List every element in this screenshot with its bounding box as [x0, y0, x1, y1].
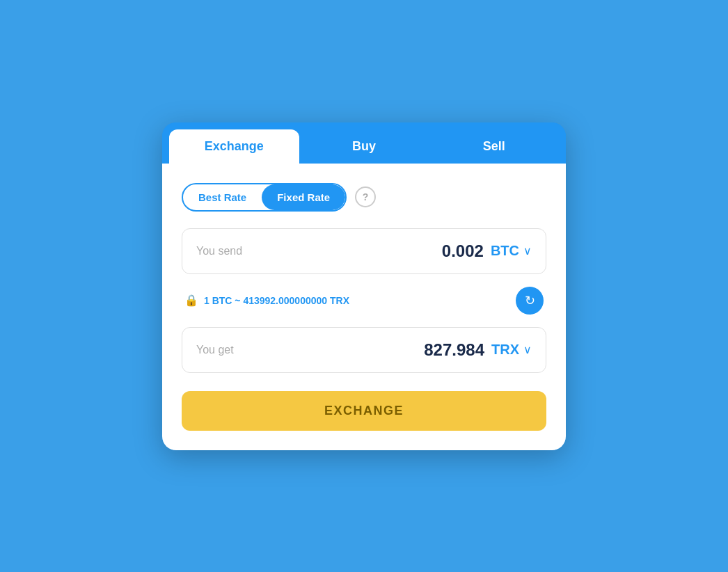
tab-sell[interactable]: Sell — [429, 129, 559, 164]
main-container: Exchange Buy Sell Best Rate Fixed Rate ?… — [162, 122, 566, 450]
get-currency: TRX — [491, 342, 519, 358]
refresh-icon: ↻ — [525, 293, 535, 308]
rate-toggle: Best Rate Fixed Rate — [182, 183, 347, 212]
tab-buy[interactable]: Buy — [299, 129, 429, 164]
refresh-button[interactable]: ↻ — [516, 287, 544, 315]
send-chevron-icon: ∨ — [523, 244, 532, 257]
lock-icon: 🔒 — [184, 294, 198, 307]
exchange-card: Best Rate Fixed Rate ? You send 0.002 BT… — [162, 164, 566, 450]
fixed-rate-button[interactable]: Fixed Rate — [262, 184, 345, 210]
get-chevron-icon: ∨ — [523, 343, 532, 356]
rate-toggle-row: Best Rate Fixed Rate ? — [182, 183, 546, 212]
get-box: You get 827.984 TRX ∨ — [182, 327, 546, 373]
send-right: 0.002 BTC ∨ — [442, 241, 532, 261]
send-currency: BTC — [491, 243, 519, 259]
tabs-bar: Exchange Buy Sell — [162, 122, 566, 164]
get-currency-selector[interactable]: TRX ∨ — [491, 342, 532, 358]
rate-info-left: 🔒 1 BTC ~ 413992.000000000 TRX — [184, 294, 349, 307]
send-label: You send — [196, 245, 242, 257]
rate-info-row: 🔒 1 BTC ~ 413992.000000000 TRX ↻ — [182, 284, 546, 317]
tab-exchange[interactable]: Exchange — [169, 129, 299, 164]
send-currency-selector[interactable]: BTC ∨ — [491, 243, 532, 259]
exchange-button[interactable]: EXCHANGE — [182, 391, 546, 431]
send-value: 0.002 — [442, 241, 484, 261]
get-right: 827.984 TRX ∨ — [424, 340, 532, 360]
best-rate-button[interactable]: Best Rate — [183, 184, 262, 210]
rate-text: 1 BTC ~ 413992.000000000 TRX — [204, 295, 349, 306]
get-label: You get — [196, 344, 234, 356]
help-icon[interactable]: ? — [355, 186, 376, 207]
get-value: 827.984 — [424, 340, 484, 360]
send-box: You send 0.002 BTC ∨ — [182, 228, 546, 274]
